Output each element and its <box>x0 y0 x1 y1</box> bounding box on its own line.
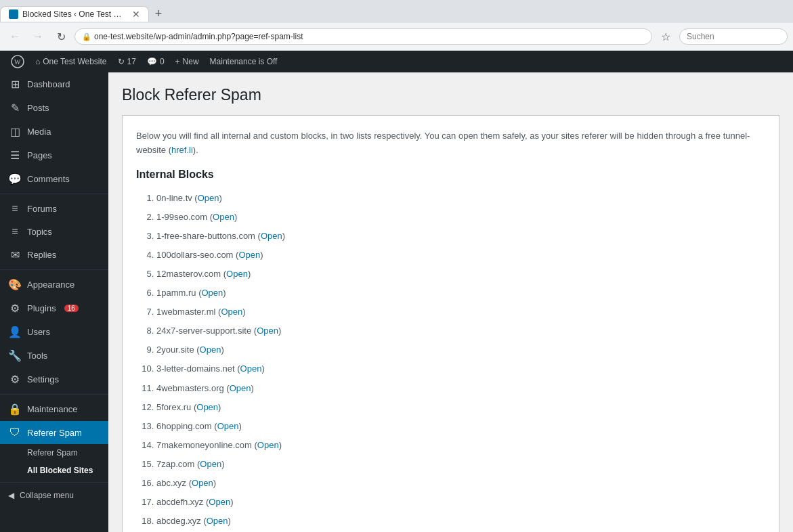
open-site-link[interactable]: Open <box>198 193 219 203</box>
site-domain: 100dollars-seo.com <box>156 250 233 260</box>
address-bar[interactable]: 🔒 one-test.website/wp-admin/admin.php?pa… <box>74 28 652 45</box>
sidebar-label-dashboard: Dashboard <box>27 79 70 89</box>
open-site-link[interactable]: Open <box>238 250 260 260</box>
topics-icon: ≡ <box>8 225 22 238</box>
list-item: abc.xyz (Open) <box>156 474 765 493</box>
sidebar-divider-1 <box>0 194 108 194</box>
page-title: Block Referer Spam <box>122 86 779 104</box>
sidebar-label-posts: Posts <box>27 103 49 113</box>
tab-favicon <box>9 9 18 19</box>
sidebar-item-users[interactable]: 👤 Users <box>0 320 108 344</box>
open-site-link[interactable]: Open <box>192 478 213 488</box>
sidebar-item-comments[interactable]: 💬 Comments <box>0 167 108 191</box>
back-button[interactable]: ← <box>5 27 24 46</box>
maintenance-label: Maintenance is Off <box>210 57 278 66</box>
section-title: Internal Blocks <box>136 169 765 181</box>
sidebar-label-referer-spam: Referer Spam <box>27 428 82 438</box>
browser-search-input[interactable] <box>679 28 788 45</box>
list-item: 1-99seo.com (Open) <box>156 208 765 227</box>
all-blocked-sites-label: All Blocked Sites <box>27 466 93 475</box>
topbar-site-name[interactable]: ⌂ One Test Website <box>30 51 112 72</box>
home-icon: ⌂ <box>35 57 40 66</box>
list-item: 3-letter-domains.net (Open) <box>156 359 765 378</box>
collapse-menu-button[interactable]: ◀ Collapse menu <box>0 485 108 506</box>
topbar-maintenance[interactable]: Maintenance is Off <box>205 51 283 72</box>
sidebar-item-tools[interactable]: 🔧 Tools <box>0 344 108 368</box>
list-item: 1webmaster.ml (Open) <box>156 303 765 322</box>
collapse-icon: ◀ <box>8 491 14 500</box>
sidebar-item-dashboard[interactable]: ⊞ Dashboard <box>0 72 108 96</box>
comments-nav-icon: 💬 <box>8 173 22 185</box>
browser-toolbar: ← → ↻ 🔒 one-test.website/wp-admin/admin.… <box>0 23 793 51</box>
refresh-button[interactable]: ↻ <box>51 27 70 46</box>
sidebar-label-media: Media <box>27 127 51 137</box>
tab-title: Blocked Sites ‹ One Test Website <box>22 9 128 19</box>
users-icon: 👤 <box>8 326 22 338</box>
open-site-link[interactable]: Open <box>226 269 248 279</box>
open-site-link[interactable]: Open <box>207 516 228 526</box>
list-item: 1-free-share-buttons.com (Open) <box>156 227 765 246</box>
topbar-updates[interactable]: ↻ 17 <box>112 51 142 72</box>
sidebar-label-forums: Forums <box>27 204 57 214</box>
open-site-link[interactable]: Open <box>200 345 221 355</box>
topbar-comments[interactable]: 💬 0 <box>142 51 170 72</box>
open-site-link[interactable]: Open <box>200 459 221 469</box>
description-text: Below you will find all internal and cus… <box>136 129 765 158</box>
sidebar-item-appearance[interactable]: 🎨 Appearance <box>0 273 108 296</box>
wp-content: Block Referer Spam Below you will find a… <box>108 72 793 532</box>
sidebar-item-forums[interactable]: ≡ Forums <box>0 197 108 220</box>
open-site-link[interactable]: Open <box>230 383 251 393</box>
topbar-wp-logo[interactable]: W <box>5 51 30 72</box>
sidebar-divider-3 <box>0 394 108 395</box>
open-site-link[interactable]: Open <box>201 288 223 298</box>
forward-button[interactable]: → <box>28 27 47 46</box>
href-li-link[interactable]: href.li <box>171 145 193 155</box>
wp-topbar: W ⌂ One Test Website ↻ 17 💬 0 + New Main… <box>0 51 793 72</box>
open-site-link[interactable]: Open <box>209 497 230 507</box>
dashboard-icon: ⊞ <box>8 78 22 91</box>
updates-icon: ↻ <box>118 57 125 66</box>
sidebar-sub-all-blocked-sites[interactable]: All Blocked Sites <box>0 462 108 479</box>
sidebar-item-pages[interactable]: ☰ Pages <box>0 143 108 167</box>
sidebar-label-users: Users <box>27 327 50 337</box>
list-item: abcdeg.xyz (Open) <box>156 512 765 531</box>
new-tab-button[interactable]: + <box>149 4 168 23</box>
site-domain: 3-letter-domains.net <box>156 363 235 374</box>
sidebar-divider-4 <box>0 482 108 483</box>
media-icon: ◫ <box>8 125 22 138</box>
open-site-link[interactable]: Open <box>213 212 234 222</box>
sidebar-item-settings[interactable]: ⚙ Settings <box>0 368 108 391</box>
open-site-link[interactable]: Open <box>217 421 239 431</box>
sidebar-item-posts[interactable]: ✎ Posts <box>0 96 108 120</box>
sidebar-item-topics[interactable]: ≡ Topics <box>0 220 108 243</box>
posts-icon: ✎ <box>8 102 22 114</box>
wordpress-icon: W <box>11 55 24 68</box>
list-item: 2your.site (Open) <box>156 340 765 359</box>
plugins-icon: ⚙ <box>8 302 22 315</box>
sidebar-item-referer-spam[interactable]: 🛡 Referer Spam <box>0 421 108 444</box>
bookmark-button[interactable]: ☆ <box>656 27 675 46</box>
url-text: one-test.website/wp-admin/admin.php?page… <box>94 32 645 41</box>
open-site-link[interactable]: Open <box>221 307 242 317</box>
list-item: 12masterov.com (Open) <box>156 265 765 284</box>
tab-close-button[interactable]: ✕ <box>132 9 140 19</box>
site-domain: 5forex.ru <box>156 402 191 412</box>
sidebar-item-replies[interactable]: ✉ Replies <box>0 243 108 267</box>
open-site-link[interactable]: Open <box>240 363 262 374</box>
content-description-box: Below you will find all internal and cus… <box>122 115 779 532</box>
topbar-new[interactable]: + New <box>170 51 205 72</box>
site-domain: 24x7-server-support.site <box>156 326 251 336</box>
list-item: 4webmasters.org (Open) <box>156 379 765 398</box>
open-site-link[interactable]: Open <box>261 231 282 241</box>
open-site-link[interactable]: Open <box>257 326 278 336</box>
sidebar-item-media[interactable]: ◫ Media <box>0 120 108 143</box>
forums-icon: ≡ <box>8 202 22 215</box>
open-site-link[interactable]: Open <box>257 440 279 450</box>
updates-count: 17 <box>127 57 136 66</box>
sidebar-item-maintenance[interactable]: 🔒 Maintenance <box>0 397 108 421</box>
description-end: ). <box>193 145 198 155</box>
sidebar-divider-2 <box>0 269 108 270</box>
open-site-link[interactable]: Open <box>196 402 218 412</box>
sidebar-item-plugins[interactable]: ⚙ Plugins 16 <box>0 296 108 320</box>
new-label: New <box>183 57 199 66</box>
